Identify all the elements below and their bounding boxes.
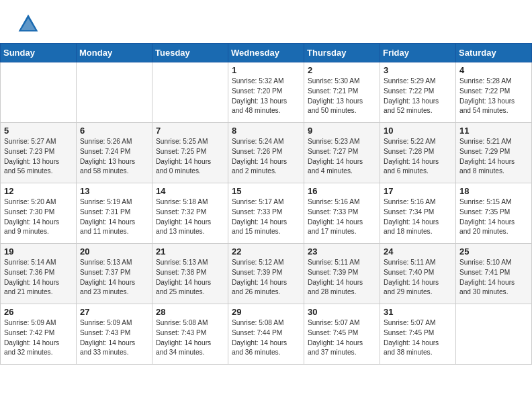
day-info-19: Sunrise: 5:14 AM Sunset: 7:36 PM Dayligh…: [4, 258, 73, 298]
day-cell-29: 29Sunrise: 5:08 AM Sunset: 7:44 PM Dayli…: [228, 304, 304, 365]
header-cell-friday: Friday: [380, 44, 456, 62]
day-number-8: 8: [232, 126, 300, 136]
header-row: SundayMondayTuesdayWednesdayThursdayFrid…: [1, 44, 532, 62]
day-cell-19: 19Sunrise: 5:14 AM Sunset: 7:36 PM Dayli…: [1, 244, 77, 304]
day-number-26: 26: [4, 307, 73, 317]
day-cell-15: 15Sunrise: 5:17 AM Sunset: 7:33 PM Dayli…: [228, 183, 304, 244]
day-cell-9: 9Sunrise: 5:23 AM Sunset: 7:27 PM Daylig…: [304, 123, 380, 183]
day-cell-7: 7Sunrise: 5:25 AM Sunset: 7:25 PM Daylig…: [152, 123, 228, 183]
day-number-7: 7: [156, 126, 224, 136]
week-row-3: 12Sunrise: 5:20 AM Sunset: 7:30 PM Dayli…: [1, 183, 532, 244]
day-number-16: 16: [308, 186, 376, 196]
day-cell-5: 5Sunrise: 5:27 AM Sunset: 7:23 PM Daylig…: [1, 123, 77, 183]
empty-cell: [152, 62, 228, 123]
calendar-table: SundayMondayTuesdayWednesdayThursdayFrid…: [0, 43, 532, 365]
day-cell-14: 14Sunrise: 5:18 AM Sunset: 7:32 PM Dayli…: [152, 183, 228, 244]
week-row-1: 1Sunrise: 5:32 AM Sunset: 7:20 PM Daylig…: [1, 62, 532, 123]
empty-cell: [77, 62, 152, 123]
day-cell-12: 12Sunrise: 5:20 AM Sunset: 7:30 PM Dayli…: [1, 183, 77, 244]
day-info-20: Sunrise: 5:13 AM Sunset: 7:37 PM Dayligh…: [80, 258, 148, 298]
day-info-5: Sunrise: 5:27 AM Sunset: 7:23 PM Dayligh…: [4, 137, 73, 177]
day-number-1: 1: [232, 65, 300, 75]
day-number-11: 11: [459, 126, 528, 136]
empty-cell: [1, 62, 77, 123]
day-number-6: 6: [80, 126, 148, 136]
day-cell-22: 22Sunrise: 5:12 AM Sunset: 7:39 PM Dayli…: [228, 244, 304, 304]
day-info-21: Sunrise: 5:13 AM Sunset: 7:38 PM Dayligh…: [156, 258, 224, 298]
day-info-13: Sunrise: 5:19 AM Sunset: 7:31 PM Dayligh…: [80, 197, 148, 237]
day-number-14: 14: [156, 186, 224, 196]
day-number-12: 12: [4, 186, 73, 196]
day-info-30: Sunrise: 5:07 AM Sunset: 7:45 PM Dayligh…: [308, 318, 376, 358]
day-cell-11: 11Sunrise: 5:21 AM Sunset: 7:29 PM Dayli…: [456, 123, 532, 183]
day-cell-13: 13Sunrise: 5:19 AM Sunset: 7:31 PM Dayli…: [77, 183, 152, 244]
day-info-26: Sunrise: 5:09 AM Sunset: 7:42 PM Dayligh…: [4, 318, 73, 358]
header-cell-thursday: Thursday: [304, 44, 380, 62]
day-cell-30: 30Sunrise: 5:07 AM Sunset: 7:45 PM Dayli…: [304, 304, 380, 365]
day-number-19: 19: [4, 246, 73, 257]
day-number-22: 22: [232, 246, 300, 257]
day-cell-8: 8Sunrise: 5:24 AM Sunset: 7:26 PM Daylig…: [228, 123, 304, 183]
day-number-28: 28: [156, 307, 224, 317]
header: [0, 0, 532, 43]
logo-icon: [16, 12, 40, 36]
day-cell-6: 6Sunrise: 5:26 AM Sunset: 7:24 PM Daylig…: [77, 123, 152, 183]
day-cell-31: 31Sunrise: 5:07 AM Sunset: 7:45 PM Dayli…: [380, 304, 456, 365]
day-number-20: 20: [80, 246, 148, 257]
day-info-18: Sunrise: 5:15 AM Sunset: 7:35 PM Dayligh…: [459, 197, 528, 237]
day-cell-2: 2Sunrise: 5:30 AM Sunset: 7:21 PM Daylig…: [304, 62, 380, 123]
day-cell-16: 16Sunrise: 5:16 AM Sunset: 7:33 PM Dayli…: [304, 183, 380, 244]
day-cell-4: 4Sunrise: 5:28 AM Sunset: 7:22 PM Daylig…: [456, 62, 532, 123]
header-cell-sunday: Sunday: [1, 44, 77, 62]
day-number-3: 3: [384, 65, 452, 75]
logo: [16, 12, 43, 36]
day-cell-1: 1Sunrise: 5:32 AM Sunset: 7:20 PM Daylig…: [228, 62, 304, 123]
day-info-17: Sunrise: 5:16 AM Sunset: 7:34 PM Dayligh…: [384, 197, 452, 237]
day-info-4: Sunrise: 5:28 AM Sunset: 7:22 PM Dayligh…: [459, 77, 528, 116]
header-cell-saturday: Saturday: [456, 44, 532, 62]
day-number-21: 21: [156, 246, 224, 257]
day-number-25: 25: [459, 246, 528, 257]
day-number-10: 10: [384, 126, 452, 136]
day-info-11: Sunrise: 5:21 AM Sunset: 7:29 PM Dayligh…: [459, 137, 528, 177]
day-number-4: 4: [459, 65, 528, 75]
day-number-2: 2: [308, 65, 376, 75]
day-info-16: Sunrise: 5:16 AM Sunset: 7:33 PM Dayligh…: [308, 197, 376, 237]
day-info-15: Sunrise: 5:17 AM Sunset: 7:33 PM Dayligh…: [232, 197, 300, 237]
day-number-31: 31: [384, 307, 452, 317]
day-cell-24: 24Sunrise: 5:11 AM Sunset: 7:40 PM Dayli…: [380, 244, 456, 304]
day-cell-17: 17Sunrise: 5:16 AM Sunset: 7:34 PM Dayli…: [380, 183, 456, 244]
day-number-18: 18: [459, 186, 528, 196]
day-info-24: Sunrise: 5:11 AM Sunset: 7:40 PM Dayligh…: [384, 258, 452, 298]
day-cell-3: 3Sunrise: 5:29 AM Sunset: 7:22 PM Daylig…: [380, 62, 456, 123]
day-number-17: 17: [384, 186, 452, 196]
day-info-2: Sunrise: 5:30 AM Sunset: 7:21 PM Dayligh…: [308, 77, 376, 116]
day-info-22: Sunrise: 5:12 AM Sunset: 7:39 PM Dayligh…: [232, 258, 300, 298]
day-number-30: 30: [308, 307, 376, 317]
day-cell-20: 20Sunrise: 5:13 AM Sunset: 7:37 PM Dayli…: [77, 244, 152, 304]
day-info-10: Sunrise: 5:22 AM Sunset: 7:28 PM Dayligh…: [384, 137, 452, 177]
empty-cell: [456, 304, 532, 365]
day-number-5: 5: [4, 126, 73, 136]
day-info-29: Sunrise: 5:08 AM Sunset: 7:44 PM Dayligh…: [232, 318, 300, 358]
header-cell-tuesday: Tuesday: [152, 44, 228, 62]
day-number-29: 29: [232, 307, 300, 317]
day-number-23: 23: [308, 246, 376, 257]
week-row-4: 19Sunrise: 5:14 AM Sunset: 7:36 PM Dayli…: [1, 244, 532, 304]
day-cell-23: 23Sunrise: 5:11 AM Sunset: 7:39 PM Dayli…: [304, 244, 380, 304]
calendar-header: SundayMondayTuesdayWednesdayThursdayFrid…: [1, 44, 532, 62]
day-number-15: 15: [232, 186, 300, 196]
day-info-3: Sunrise: 5:29 AM Sunset: 7:22 PM Dayligh…: [384, 77, 452, 116]
day-info-12: Sunrise: 5:20 AM Sunset: 7:30 PM Dayligh…: [4, 197, 73, 237]
day-number-9: 9: [308, 126, 376, 136]
week-row-5: 26Sunrise: 5:09 AM Sunset: 7:42 PM Dayli…: [1, 304, 532, 365]
day-number-13: 13: [80, 186, 148, 196]
day-cell-18: 18Sunrise: 5:15 AM Sunset: 7:35 PM Dayli…: [456, 183, 532, 244]
day-cell-28: 28Sunrise: 5:08 AM Sunset: 7:43 PM Dayli…: [152, 304, 228, 365]
day-info-1: Sunrise: 5:32 AM Sunset: 7:20 PM Dayligh…: [232, 77, 300, 116]
day-info-25: Sunrise: 5:10 AM Sunset: 7:41 PM Dayligh…: [459, 258, 528, 298]
day-info-14: Sunrise: 5:18 AM Sunset: 7:32 PM Dayligh…: [156, 197, 224, 237]
day-info-23: Sunrise: 5:11 AM Sunset: 7:39 PM Dayligh…: [308, 258, 376, 298]
page: SundayMondayTuesdayWednesdayThursdayFrid…: [0, 0, 532, 365]
day-info-8: Sunrise: 5:24 AM Sunset: 7:26 PM Dayligh…: [232, 137, 300, 177]
